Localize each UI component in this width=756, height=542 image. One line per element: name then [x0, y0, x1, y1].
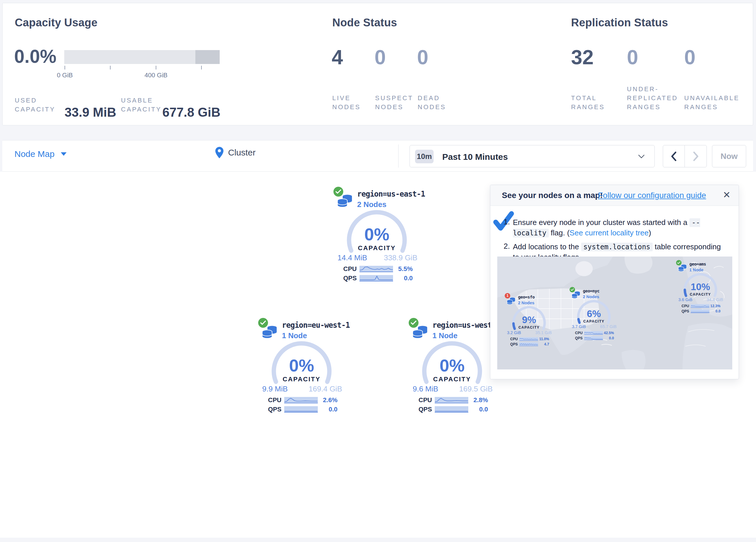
cluster-summary-bar: Capacity Usage 0.0% 0 GiB 400 GiB USED C… [2, 3, 753, 125]
capacity-percent: 10% [671, 281, 730, 293]
capacity-values: 3.2 GiB 35.1 GiB [507, 330, 552, 335]
cpu-row: CPU 5.5% [343, 265, 413, 273]
cpu-label: CPU [682, 304, 691, 308]
qps-row: QPS 0.0 [682, 309, 720, 313]
node-map-canvas: region=us-east-1 2 Nodes 0% CAPACITY 14.… [0, 172, 756, 538]
qps-label: QPS [510, 342, 519, 347]
qps-sparkline [359, 275, 393, 282]
capacity-values: 3.6 GiB 34.4 GiB [678, 297, 723, 302]
qps-label: QPS [575, 336, 584, 341]
prev-time-button[interactable] [663, 145, 685, 167]
map-node-geo-sfo[interactable]: 1 geo=sfo 2 Nodes 9% CAPACITY 3.2 GiB 35… [500, 293, 558, 348]
qps-row: QPS 0.0 [343, 275, 413, 282]
close-icon[interactable]: ✕ [723, 190, 731, 199]
locality-tree-link[interactable]: See current locality tree [570, 228, 649, 237]
used-value: 3.2 GiB [507, 330, 521, 335]
cpu-label: CPU [419, 396, 435, 404]
used-label-line2: CAPACITY [15, 105, 55, 114]
unavailable-ranges-value: 0 [684, 47, 696, 67]
next-time-button[interactable] [685, 145, 707, 167]
total-label-line2: RANGES [571, 102, 605, 111]
locality-name: region=eu-west-1 [282, 321, 350, 330]
total-label-line1: TOTAL [571, 93, 605, 102]
unavail-label-line2: RANGES [684, 102, 740, 111]
qps-sparkline [284, 406, 318, 413]
capacity-percent: 0% [249, 356, 354, 376]
step2-number: 2. [504, 242, 510, 251]
total-value: 169.4 GiB [309, 385, 342, 394]
cpu-sparkline [284, 397, 318, 403]
time-step-buttons [663, 145, 707, 167]
popup-title: See your nodes on a map! [502, 191, 603, 200]
step1-text-a: Ensure every node in your cluster was st… [513, 218, 689, 227]
axis-tick [65, 66, 65, 69]
cpu-value: 12.3% [710, 304, 720, 308]
cpu-row: CPU 42.5% [575, 331, 614, 335]
region-node-eu-west-1[interactable]: region=eu-west-1 1 Node 0% CAPACITY 9.9 … [249, 318, 354, 416]
total-ranges-label: TOTAL RANGES [571, 93, 605, 111]
region-node-us-east-1[interactable]: region=us-east-1 2 Nodes 0% CAPACITY 14.… [325, 187, 429, 285]
configuration-guide-link[interactable]: Follow our configuration guide [598, 191, 706, 200]
qps-value: 4.7 [544, 342, 549, 347]
capacity-percent: 0% [400, 356, 504, 376]
chevron-left-icon [671, 151, 677, 161]
axis-tick [156, 66, 156, 69]
capacity-percent: 6% [565, 308, 623, 319]
usable-capacity-label: USABLE CAPACITY [121, 96, 162, 114]
cpu-sparkline [359, 266, 393, 272]
capacity-bar [64, 50, 220, 64]
under-replicated-value: 0 [627, 47, 638, 67]
replication-status-title: Replication Status [571, 16, 668, 29]
under-label-line1: UNDER- [627, 84, 678, 93]
now-button[interactable]: Now [712, 145, 746, 167]
view-selector-label: Node Map [14, 149, 54, 159]
locality-name: region=us-east-1 [357, 190, 425, 198]
step1-text: Ensure every node in your cluster was st… [513, 217, 722, 238]
map-node-geo-ams[interactable]: geo=ams 1 Node 10% CAPACITY 3.6 GiB 34.4… [671, 260, 730, 315]
capacity-usage-title: Capacity Usage [15, 16, 98, 29]
usable-label-line1: USABLE [121, 96, 162, 105]
step2-code: system.locations [581, 242, 653, 251]
dead-label-line1: DEAD [418, 93, 446, 102]
cpu-value: 2.6% [323, 396, 337, 404]
time-range-dropdown[interactable]: 10m Past 10 Minutes [410, 145, 655, 167]
axis-tick [110, 66, 111, 69]
used-capacity-label: USED CAPACITY [15, 96, 55, 114]
total-value: 35.1 GiB [535, 330, 552, 335]
breadcrumb[interactable]: Cluster [215, 147, 256, 158]
capacity-values: 14.4 MiB 338.9 GiB [337, 253, 417, 262]
cpu-value: 11.0% [539, 337, 549, 341]
total-value: 34.4 GiB [707, 297, 723, 302]
node-status-title: Node Status [332, 16, 397, 29]
step1-number: 1. [504, 217, 510, 226]
unavailable-ranges-label: UNAVAILABLE RANGES [684, 93, 740, 111]
used-value: 9.9 MiB [262, 385, 288, 394]
cpu-sparkline [435, 397, 468, 403]
qps-value: 0.0 [329, 406, 337, 413]
chevron-down-icon [638, 154, 645, 158]
used-label-line1: USED [15, 96, 55, 105]
cpu-label: CPU [268, 396, 284, 404]
step1-text-b: flag. ( [549, 228, 570, 237]
chevron-right-icon [693, 151, 699, 161]
capacity-label: CAPACITY [325, 244, 429, 252]
locality-name: geo=sfo [518, 295, 535, 300]
cpu-sparkline [691, 304, 709, 308]
map-pin-icon [215, 147, 223, 158]
suspect-label-line2: NODES [375, 102, 413, 111]
qps-label: QPS [682, 309, 691, 314]
map-node-geo-nyc[interactable]: geo=nyc 2 Nodes 6% CAPACITY 3.7 GiB 65.7… [565, 287, 623, 342]
view-selector-dropdown[interactable]: Node Map [14, 149, 67, 159]
used-capacity-value: 33.9 MiB [65, 105, 116, 120]
used-value: 14.4 MiB [337, 253, 367, 262]
cpu-row: CPU 2.8% [419, 397, 488, 404]
region-node-us-west-1[interactable]: region=us-west-1 1 Node 0% CAPACITY 9.6 … [400, 318, 504, 416]
under-label-line2: REPLICATED [627, 93, 678, 102]
live-nodes-value: 4 [332, 47, 343, 67]
under-label-line3: RANGES [627, 102, 678, 111]
axis-label-0: 0 GiB [43, 71, 87, 79]
capacity-values: 9.9 MiB 169.4 GiB [262, 385, 342, 394]
qps-label: QPS [419, 406, 435, 413]
qps-label: QPS [268, 406, 284, 413]
chevron-down-icon [61, 152, 67, 156]
